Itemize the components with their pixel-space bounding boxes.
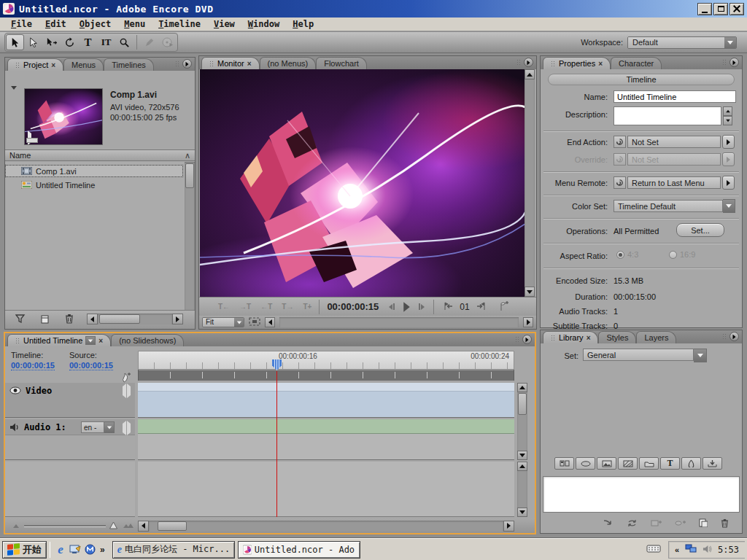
start-button[interactable]: 开始 [2,541,47,559]
tab-styles[interactable]: Styles [598,331,636,343]
timeline-tab-dropdown[interactable] [85,336,96,345]
library-trash-icon[interactable] [721,518,729,529]
tab-project[interactable]: Project× [7,58,63,71]
ie-quicklaunch-icon[interactable]: e [53,542,68,557]
play-button[interactable] [405,303,409,311]
tab-untitled-timeline[interactable]: Untitled Timeline× [7,334,111,346]
video-clip[interactable] [138,383,514,418]
filter-funnel-icon[interactable] [15,314,26,325]
direct-select-tool-button[interactable] [24,34,42,50]
audio-clip[interactable] [138,419,514,434]
menu-object[interactable]: Object [73,18,117,30]
project-item-untitled-timeline[interactable]: Untitled Timeline [5,179,183,191]
aspect-169-radio[interactable] [669,251,677,259]
tab-flowchart[interactable]: Flowchart [316,57,367,69]
vertical-text-tool-button[interactable]: IT [97,34,115,50]
close-button[interactable] [729,3,744,15]
end-action-pickwhip-icon[interactable] [614,136,626,148]
timeline-ruler[interactable]: 00:00:00:16 00:00:00:24 [138,351,514,370]
menu-remote-pickwhip-icon[interactable] [614,176,626,189]
override-menu-button[interactable] [722,152,735,166]
new-item-icon[interactable] [40,314,50,325]
name-input[interactable] [614,90,736,103]
zoom-in-mountains-icon[interactable] [123,521,134,530]
library-items-list[interactable] [543,476,740,513]
name-column-header[interactable]: Name ∧ [5,149,195,161]
show-layersets-filter-button[interactable] [639,457,659,470]
project-list-scrollbar[interactable] [185,162,195,310]
show-buttons-filter-button[interactable] [576,457,595,470]
end-action-menu-button[interactable] [722,135,735,149]
audio-track-lane[interactable] [138,419,514,460]
override-value[interactable]: Not Set [627,153,721,166]
timeline-vscrollbar-1[interactable] [517,383,527,460]
edit-original-tool-button[interactable] [140,34,158,50]
zoom-out-mountain-icon[interactable] [12,521,21,530]
tab-no-slideshows[interactable]: (no Slideshows) [111,334,184,346]
override-pickwhip-icon[interactable] [614,153,626,166]
tab-layers[interactable]: Layers [636,331,676,343]
menu-menu[interactable]: Menu [117,18,152,30]
workspace-dropdown[interactable]: Default [627,36,737,49]
menu-help[interactable]: Help [286,18,320,30]
previous-chapter-icon[interactable] [443,302,454,312]
add-trim-icon[interactable]: T+ [303,303,311,311]
library-panel-menu-button[interactable] [729,332,739,341]
next-frame-button[interactable] [419,303,425,310]
project-panel-menu-button[interactable] [182,59,192,69]
trim-out-icon[interactable]: →T [239,303,251,311]
show-backgrounds-filter-button[interactable] [618,457,638,470]
sort-collapse-icon[interactable]: ∧ [185,151,190,160]
new-menu-icon[interactable] [651,519,662,529]
tab-timelines[interactable]: Timelines [104,58,154,71]
audio-language-dropdown[interactable]: en - [81,421,115,433]
new-item-icon[interactable] [699,518,708,529]
show-text-filter-button[interactable]: T [660,457,680,470]
tab-library[interactable]: Library× [543,331,598,343]
menu-timeline[interactable]: Timeline [152,18,207,30]
timeline-hscrollbar[interactable] [138,521,514,532]
audio-prev-clip-icon[interactable] [123,424,126,432]
set-in-icon[interactable]: ←T [260,303,272,311]
next-chapter-icon[interactable] [476,302,487,312]
replace-item-icon[interactable] [627,519,638,529]
trim-in-icon[interactable]: T← [218,303,230,311]
fit-to-window-icon[interactable] [249,317,260,327]
window-titlebar[interactable]: Untitled.ncor - Adobe Encore DVD [0,0,747,18]
properties-panel-menu-button[interactable] [729,58,739,67]
tab-monitor[interactable]: Monitor× [201,57,260,69]
text-tool-button[interactable]: T [79,34,97,50]
audio-next-clip-icon[interactable] [127,424,131,432]
tab-character[interactable]: Character [611,57,662,69]
move-tool-button[interactable] [42,34,61,50]
show-menus-filter-button[interactable] [554,457,574,470]
video-next-clip-icon[interactable] [127,386,131,395]
close-tab-icon[interactable]: × [247,60,252,68]
track-audio-speaker-icon[interactable] [9,423,20,433]
tray-expand-chevron[interactable]: « [675,545,679,554]
project-item-comp1[interactable]: Comp 1.avi [5,165,183,177]
source-timecode-value[interactable]: 00:00:00:15 [69,361,113,370]
monitor-hscroll-left[interactable] [265,317,275,327]
workspace-dropdown-arrow[interactable] [724,37,736,48]
place-item-icon[interactable] [603,519,614,529]
tab-no-menus[interactable]: (no Menus) [260,57,317,69]
show-desktop-icon[interactable] [68,542,82,557]
show-images-filter-button[interactable] [597,457,616,470]
description-spinner[interactable] [723,106,732,125]
previous-frame-button[interactable] [389,303,395,310]
set-out-icon[interactable]: T→ [282,303,293,311]
menu-remote-menu-button[interactable] [722,176,735,190]
menu-window[interactable]: Window [241,18,286,30]
trash-icon[interactable] [65,314,74,325]
preview-scrubber[interactable] [26,138,38,143]
task-button-encore[interactable]: Untitled.ncor - Ado... [238,541,360,559]
description-textarea[interactable] [614,106,721,125]
msn-quicklaunch-icon[interactable] [82,542,97,557]
language-bar-keyboard-icon[interactable] [646,544,661,555]
menu-view[interactable]: View [207,18,241,30]
close-tab-icon[interactable]: × [598,60,603,68]
new-button-icon[interactable] [675,519,686,529]
show-replacement-filter-button[interactable] [703,457,722,470]
timeline-panel-menu-button[interactable] [522,335,532,344]
